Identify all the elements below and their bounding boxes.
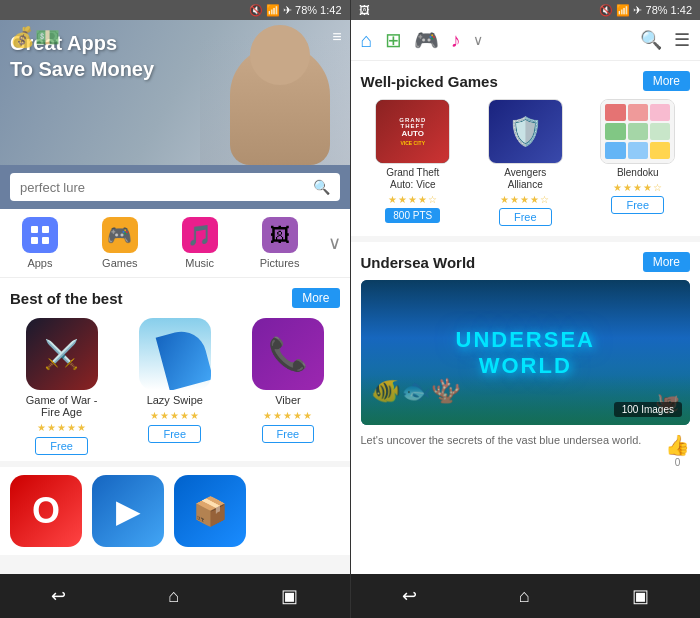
gta-icon[interactable]: GRAND THEFT AUTO VICE CITY: [375, 99, 450, 164]
blendoku-artwork: [601, 100, 674, 163]
undersea-more-button[interactable]: More: [643, 252, 690, 272]
left-panel: 🔇 📶 ✈ 78% 1:42 Great AppsTo Save Money 💰…: [0, 0, 350, 618]
undersea-header: Undersea World More: [361, 252, 691, 272]
lazyswipe-icon[interactable]: [139, 318, 211, 390]
best-section: Best of the best More ⚔️ Game of War -Fi…: [0, 278, 350, 461]
music-label: Music: [185, 257, 214, 269]
apps-label: Apps: [27, 257, 52, 269]
undersea-title: Undersea World: [361, 254, 476, 271]
lazyswipe-stars: ★★★★★: [150, 410, 200, 421]
back-button-left[interactable]: ↩: [51, 585, 66, 607]
viber-name: Viber: [275, 394, 300, 406]
bottom-apps-row: O ▶ 📦: [0, 467, 350, 555]
status-left-icon-right: 🖼: [359, 4, 370, 16]
blendoku-stars: ★★★★☆: [613, 182, 663, 193]
expand-categories-icon[interactable]: ∨: [320, 232, 350, 254]
avengers-stars: ★★★★☆: [500, 194, 550, 205]
gta-badge: GRAND THEFT AUTO VICE CITY: [376, 100, 449, 163]
grid-nav-icon[interactable]: ⊞: [385, 28, 402, 52]
svg-rect-2: [31, 237, 38, 244]
search-input[interactable]: [20, 180, 305, 195]
gow-icon[interactable]: ⚔️: [26, 318, 98, 390]
games-grid: GRAND THEFT AUTO VICE CITY Grand TheftAu…: [361, 99, 691, 226]
best-section-title: Best of the best: [10, 290, 123, 307]
category-music[interactable]: 🎵 Music: [160, 217, 240, 269]
category-pictures[interactable]: 🖼 Pictures: [240, 217, 320, 269]
lazyswipe-name: Lazy Swipe: [147, 394, 203, 406]
svg-rect-3: [42, 237, 49, 244]
gta-artwork: GRAND THEFT AUTO VICE CITY: [376, 100, 449, 163]
gta-stars: ★★★★☆: [388, 194, 438, 205]
gta-name: Grand TheftAuto: Vice: [386, 167, 439, 191]
avengers-artwork: 🛡️: [489, 100, 562, 163]
right-panel: 🖼 🔇 📶 ✈ 78% 1:42 ⌂ ⊞ 🎮 ♪ ∨ 🔍 ☰ Well-pick…: [351, 0, 701, 618]
hero-image: [200, 35, 350, 165]
top-nav: ⌂ ⊞ 🎮 ♪ ∨ 🔍 ☰: [351, 20, 701, 61]
hamburger-icon[interactable]: ≡: [332, 28, 341, 46]
blendoku-name: Blendoku: [617, 167, 659, 179]
games-more-button[interactable]: More: [643, 71, 690, 91]
avengers-name: AvengersAlliance: [504, 167, 546, 191]
status-bar-left: 🔇 📶 ✈ 78% 1:42: [0, 0, 350, 20]
gta-pts-button[interactable]: 800 PTS: [385, 208, 440, 223]
search-icon[interactable]: 🔍: [313, 179, 330, 195]
avengers-free-button[interactable]: Free: [499, 208, 552, 226]
blendoku-free-button[interactable]: Free: [611, 196, 664, 214]
apps-icon: [22, 217, 58, 253]
games-label: Games: [102, 257, 137, 269]
left-nav-bar: ↩ ⌂ ▣: [0, 574, 350, 618]
coral-overlay: [361, 375, 691, 425]
games-section-header: Well-picked Games More: [361, 71, 691, 91]
gow-free-button[interactable]: Free: [35, 437, 88, 455]
app-item-viber: 📞 Viber ★★★★★ Free: [236, 318, 339, 455]
nav-search-icon[interactable]: 🔍: [640, 29, 662, 51]
music-icon: 🎵: [182, 217, 218, 253]
pictures-icon: 🖼: [262, 217, 298, 253]
opera-icon[interactable]: O: [10, 475, 82, 547]
thumbs-up-container[interactable]: 👍 0: [665, 433, 690, 468]
nav-menu-icon[interactable]: ☰: [674, 29, 690, 51]
right-nav-bar: ↩ ⌂ ▣: [351, 574, 701, 618]
undersea-section: Undersea World More 🐠🐟🪸 🐙 UNDERSEAWORLD …: [351, 242, 701, 574]
search-bar-container: 🔍: [0, 165, 350, 209]
svg-rect-1: [42, 226, 49, 233]
viber-artwork: 📞: [252, 318, 324, 390]
games-section: Well-picked Games More GRAND THEFT AUTO …: [351, 61, 701, 236]
nav-chevron-icon[interactable]: ∨: [473, 32, 483, 48]
home-button-right[interactable]: ⌂: [519, 586, 530, 607]
music-nav-icon[interactable]: ♪: [451, 29, 461, 52]
recent-button-left[interactable]: ▣: [281, 585, 298, 607]
play-icon[interactable]: ▶: [92, 475, 164, 547]
category-apps[interactable]: Apps: [0, 217, 80, 269]
home-button-left[interactable]: ⌂: [168, 586, 179, 607]
search-bar: 🔍: [10, 173, 340, 201]
undersea-image[interactable]: 🐠🐟🪸 🐙 UNDERSEAWORLD 100 Images: [361, 280, 691, 425]
game-nav-icon[interactable]: 🎮: [414, 28, 439, 52]
hero-banner: Great AppsTo Save Money 💰💵 ≡: [0, 20, 350, 165]
home-nav-icon[interactable]: ⌂: [361, 29, 373, 52]
apps-grid: ⚔️ Game of War -Fire Age ★★★★★ Free Lazy…: [10, 318, 340, 455]
avengers-icon[interactable]: 🛡️: [488, 99, 563, 164]
blendoku-icon[interactable]: [600, 99, 675, 164]
viber-free-button[interactable]: Free: [262, 425, 315, 443]
category-nav: Apps 🎮 Games 🎵 Music 🖼 Pictures ∨: [0, 209, 350, 278]
dropbox-icon[interactable]: 📦: [174, 475, 246, 547]
viber-stars: ★★★★★: [263, 410, 313, 421]
hero-person-silhouette: [230, 45, 330, 165]
viber-icon[interactable]: 📞: [252, 318, 324, 390]
lazyswipe-free-button[interactable]: Free: [148, 425, 201, 443]
money-decoration: 💰💵: [10, 25, 60, 49]
undersea-image-title: UNDERSEAWORLD: [456, 327, 595, 379]
thumbs-up-count: 0: [675, 457, 681, 468]
game-item-blendoku: Blendoku ★★★★☆ Free: [586, 99, 691, 226]
recent-button-right[interactable]: ▣: [632, 585, 649, 607]
category-games[interactable]: 🎮 Games: [80, 217, 160, 269]
best-more-button[interactable]: More: [292, 288, 339, 308]
app-item-lazyswipe: Lazy Swipe ★★★★★ Free: [123, 318, 226, 455]
back-button-right[interactable]: ↩: [402, 585, 417, 607]
games-icon: 🎮: [102, 217, 138, 253]
thumbs-up-icon[interactable]: 👍: [665, 433, 690, 457]
undersea-description-row: Let's uncover the secrets of the vast bl…: [361, 433, 691, 468]
undersea-description: Let's uncover the secrets of the vast bl…: [361, 433, 658, 448]
lazyswipe-artwork: [139, 318, 211, 390]
